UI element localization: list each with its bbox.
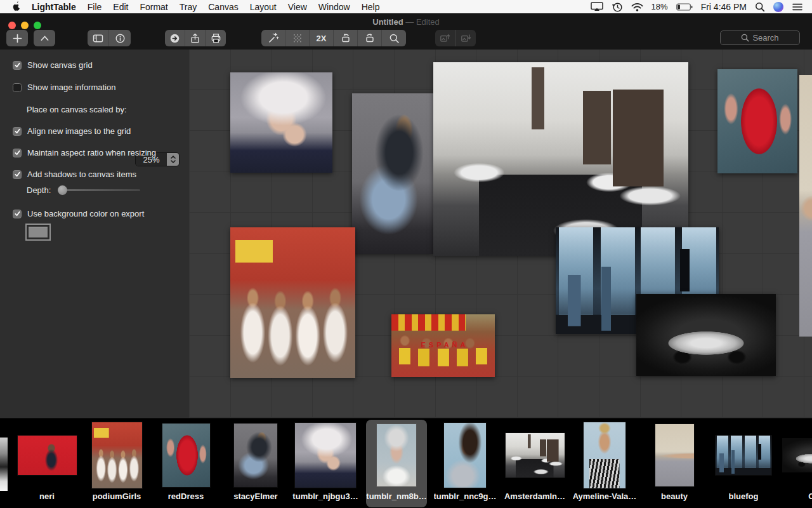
airplay-icon[interactable]: [591, 2, 603, 11]
menu-clock[interactable]: Fri 4:46 PM: [701, 2, 747, 12]
option-background-color-export[interactable]: Use background color on export: [13, 209, 144, 218]
time-machine-icon[interactable]: [612, 1, 623, 13]
desktop: LightTable File Edit Format Tray Canvas …: [0, 0, 812, 508]
checkbox-checked[interactable]: [13, 210, 22, 218]
menu-tray[interactable]: Tray: [180, 2, 197, 12]
option-label: Align new images to the grid: [27, 126, 131, 136]
magnify-button[interactable]: [382, 30, 406, 46]
menu-canvas[interactable]: Canvas: [208, 2, 238, 12]
auto-enhance-button[interactable]: [261, 30, 285, 46]
menu-file[interactable]: File: [88, 2, 102, 12]
panel-button-group: [88, 30, 131, 46]
menu-help[interactable]: Help: [362, 2, 380, 12]
battery-icon[interactable]: [676, 3, 693, 11]
thumbnail-partial-left[interactable]: [0, 438, 8, 491]
share-button[interactable]: [185, 30, 206, 46]
dither-effect-button[interactable]: [285, 30, 310, 46]
inspector-sidebar: Show canvas grid Show image information …: [0, 50, 189, 418]
export-button-group: [165, 30, 226, 46]
search-placeholder: Search: [752, 33, 778, 43]
menu-window[interactable]: Window: [318, 2, 350, 12]
canvas-image-podium-girls[interactable]: [230, 227, 355, 378]
send-backward-button[interactable]: [455, 30, 476, 46]
wifi-icon[interactable]: [631, 3, 643, 11]
rotate-left-button[interactable]: [334, 30, 358, 46]
image-tray: neri podiumGirls redDress stacyElmer tum…: [0, 418, 812, 508]
zoom-2x-button[interactable]: 2X: [310, 30, 334, 46]
send-to-button[interactable]: [165, 30, 185, 46]
canvas-image-seated-woman[interactable]: [352, 93, 433, 254]
search-icon: [741, 34, 749, 42]
siri-icon[interactable]: [773, 2, 783, 12]
add-image-button[interactable]: [6, 30, 28, 46]
canvas-image-red-dress[interactable]: [717, 69, 797, 173]
option-label: Use background color on export: [27, 209, 144, 218]
notification-center-icon[interactable]: [792, 3, 803, 11]
menu-app-name[interactable]: LightTable: [32, 2, 76, 12]
thumbnail-beauty[interactable]: beauty: [639, 420, 709, 507]
canvas-image-espana-fans[interactable]: ESPAÑA: [391, 314, 495, 377]
thumbnail-stacyelmer[interactable]: stacyElmer: [221, 420, 291, 507]
thumbnail-reddress[interactable]: redDress: [151, 420, 221, 507]
background-color-well[interactable]: [25, 224, 51, 241]
stepper-icon[interactable]: [167, 153, 179, 166]
canvas-tools-group: 2X: [261, 30, 406, 46]
menu-edit[interactable]: Edit: [113, 2, 128, 12]
canvas-image-vintage-car[interactable]: [636, 294, 776, 376]
thumbnail-tumblr-nm8b-selected[interactable]: tumblr_nm8b…: [366, 420, 427, 507]
depth-slider[interactable]: [58, 185, 140, 195]
thumbnail-tumblr-njbgu3[interactable]: tumblr_njbgu3…: [291, 420, 360, 507]
option-label: Show canvas grid: [27, 60, 93, 70]
window-title: Untitled — Edited: [0, 17, 812, 27]
scale-row: Place on canvas scaled by:: [27, 105, 127, 114]
search-field[interactable]: Search: [720, 30, 800, 45]
checkbox-checked[interactable]: [13, 170, 22, 179]
slider-knob[interactable]: [58, 185, 67, 195]
window-chrome: Untitled — Edited: [0, 14, 812, 50]
thumbnail-amsterdam[interactable]: AmsterdamIn…: [500, 420, 570, 507]
thumbnail-bluefog[interactable]: bluefog: [709, 420, 778, 507]
canvas-image-beauty-partial[interactable]: [799, 75, 812, 337]
option-label: Add shadows to canvas items: [27, 170, 136, 179]
thumbnail-aymeline[interactable]: Aymeline-Vala…: [570, 420, 639, 507]
canvas-image-blonde-portrait[interactable]: [230, 72, 332, 173]
color-swatch: [29, 227, 48, 237]
rotate-right-button[interactable]: [358, 30, 382, 46]
espana-text: ESPAÑA: [391, 341, 495, 349]
toggle-sidebar-button[interactable]: [88, 30, 109, 46]
option-label: Show image information: [27, 83, 115, 92]
option-add-shadows[interactable]: Add shadows to canvas items: [13, 170, 136, 179]
menu-layout[interactable]: Layout: [250, 2, 277, 12]
checkbox-checked[interactable]: [13, 149, 22, 157]
depth-row: Depth:: [27, 185, 140, 195]
thumbnail-tumblr-nnc9g[interactable]: tumblr_nnc9g…: [430, 420, 500, 507]
depth-label: Depth:: [27, 185, 51, 195]
slider-track[interactable]: [58, 189, 140, 191]
option-maintain-aspect-ratio[interactable]: Maintain aspect ratio when resizing: [13, 148, 156, 157]
option-show-image-information[interactable]: Show image information: [13, 83, 115, 92]
lighttable-canvas[interactable]: ESPAÑA: [189, 50, 812, 418]
checkbox-checked[interactable]: [13, 127, 22, 136]
bring-forward-button[interactable]: [435, 30, 455, 46]
print-button[interactable]: [206, 30, 226, 46]
menu-format[interactable]: Format: [140, 2, 167, 12]
checkbox-checked[interactable]: [13, 61, 22, 70]
scale-label: Place on canvas scaled by:: [27, 105, 127, 114]
apple-menu-icon[interactable]: [11, 1, 20, 13]
arrange-button-group: [435, 30, 476, 46]
option-label: Maintain aspect ratio when resizing: [27, 148, 156, 157]
menu-view[interactable]: View: [288, 2, 307, 12]
spotlight-icon[interactable]: [755, 2, 765, 12]
option-show-canvas-grid[interactable]: Show canvas grid: [13, 60, 93, 70]
option-align-new-images[interactable]: Align new images to the grid: [13, 126, 131, 136]
thumbnail-neri[interactable]: neri: [12, 420, 82, 507]
info-button[interactable]: [109, 30, 131, 46]
thumbnail-partial-right[interactable]: C: [783, 420, 812, 507]
battery-percent: 18%: [652, 2, 668, 11]
checkbox-unchecked[interactable]: [13, 83, 22, 92]
menu-bar: LightTable File Edit Format Tray Canvas …: [0, 0, 812, 14]
collapse-tray-button[interactable]: [34, 30, 55, 46]
thumbnail-podiumgirls[interactable]: podiumGirls: [82, 420, 152, 507]
